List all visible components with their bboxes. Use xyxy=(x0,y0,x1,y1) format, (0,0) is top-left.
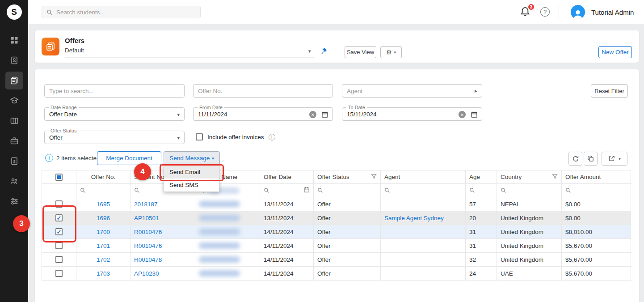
sidebar-item-partners[interactable] xyxy=(5,172,23,190)
col-age[interactable]: Age xyxy=(466,170,497,184)
sidebar-item-dashboard[interactable] xyxy=(5,31,23,49)
notifications-button[interactable]: 3 xyxy=(520,6,531,18)
col-offer-date[interactable]: Offer Date xyxy=(260,170,314,184)
agent-link[interactable]: Sample Agent Sydney xyxy=(384,215,444,221)
age-cell: 57 xyxy=(466,197,497,211)
table-row[interactable]: 1703AP1023014/11/2024Offer24UAE$5,670.00 xyxy=(42,267,631,281)
sidebar-item-clients[interactable] xyxy=(5,51,23,69)
offer-status-select[interactable]: Offer Status Offer ▾ xyxy=(44,131,185,144)
sidebar-item-services[interactable] xyxy=(5,132,23,150)
avatar[interactable] xyxy=(571,5,585,19)
clear-icon[interactable]: ✕ xyxy=(459,111,466,118)
col-offer-no[interactable]: Offer No. xyxy=(76,170,130,184)
search-cell-offer-status[interactable] xyxy=(314,184,381,197)
view-selector[interactable]: Default xyxy=(65,47,314,58)
caret-down-icon: ▾ xyxy=(177,112,180,118)
student-no-link[interactable]: AP10501 xyxy=(134,215,159,221)
filter-search-input[interactable] xyxy=(45,85,184,97)
new-offer-button[interactable]: New Offer xyxy=(598,46,632,58)
save-view-button[interactable]: Save View xyxy=(345,46,376,58)
filter-offer-no-input[interactable] xyxy=(194,85,333,97)
col-offer-amount[interactable]: Offer Amount xyxy=(562,170,631,184)
row-checkbox-cell[interactable] xyxy=(42,211,76,225)
help-button[interactable]: ? xyxy=(540,7,550,17)
view-caret-down-icon[interactable]: ▾ xyxy=(308,48,311,54)
filter-funnel-icon[interactable] xyxy=(371,174,377,181)
search-cell-country[interactable] xyxy=(497,184,562,197)
sidebar-item-invoices[interactable]: $ xyxy=(5,152,23,170)
include-invoices-checkbox[interactable] xyxy=(196,133,203,140)
offer-no-cell: 1695 xyxy=(76,197,130,211)
to-date-value: 15/11/2024 xyxy=(347,111,377,118)
search-cell-offer-no[interactable] xyxy=(76,184,130,197)
row-checkbox[interactable] xyxy=(55,228,63,235)
row-checkbox[interactable] xyxy=(55,270,63,277)
sidebar-item-automation[interactable] xyxy=(5,192,23,210)
offers-table: Offer No. Student No. Student Name Offer… xyxy=(42,170,631,281)
table-row[interactable]: 1695201818713/11/2024Offer57NEPAL$0.00 xyxy=(42,197,631,211)
table-row[interactable]: 1696AP1050113/11/2024OfferSample Agent S… xyxy=(42,211,631,225)
row-checkbox-cell[interactable] xyxy=(42,253,76,267)
student-no-link[interactable]: AP10230 xyxy=(134,270,159,277)
refresh-button[interactable] xyxy=(568,152,582,166)
filter-offer-no-box xyxy=(193,84,333,98)
clear-icon[interactable]: ✕ xyxy=(309,111,316,118)
offer-no-link[interactable]: 1702 xyxy=(97,256,110,263)
offer-no-link[interactable]: 1701 xyxy=(97,242,110,249)
search-cell-age[interactable] xyxy=(466,184,497,197)
search-cell-offer-date[interactable] xyxy=(260,184,314,197)
filter-funnel-icon[interactable] xyxy=(552,174,558,181)
row-checkbox-cell[interactable] xyxy=(42,225,76,239)
calendar-icon[interactable] xyxy=(303,187,310,194)
row-checkbox[interactable] xyxy=(55,214,63,221)
copy-icon xyxy=(587,155,594,162)
offer-no-link[interactable]: 1703 xyxy=(97,270,110,277)
copy-button[interactable] xyxy=(584,152,598,166)
send-message-button[interactable]: Send Message ▾ xyxy=(164,151,220,165)
calendar-icon[interactable] xyxy=(321,111,328,120)
filter-agent-select[interactable]: Agent ▸ xyxy=(342,84,482,98)
row-checkbox-cell[interactable] xyxy=(42,197,76,211)
offer-no-link[interactable]: 1700 xyxy=(97,229,110,235)
row-checkbox-cell[interactable] xyxy=(42,267,76,281)
menu-item-send-email[interactable]: Send Email xyxy=(164,166,219,179)
col-offer-status[interactable]: Offer Status xyxy=(314,170,381,184)
search-students-input[interactable] xyxy=(56,9,196,16)
sidebar-item-courses[interactable] xyxy=(5,92,23,110)
pin-icon[interactable] xyxy=(320,47,327,56)
student-name-cell xyxy=(195,225,260,239)
reset-filter-button[interactable]: Reset Filter xyxy=(591,84,628,98)
student-no-link[interactable]: R0010476 xyxy=(134,229,162,235)
search-cell-agent[interactable] xyxy=(381,184,466,197)
col-agent[interactable]: Agent xyxy=(381,170,466,184)
view-settings-button[interactable]: ⚙▾ xyxy=(380,46,402,58)
sidebar-item-reports[interactable] xyxy=(5,112,23,130)
to-date-field[interactable]: To Date 15/11/2024 ✕ xyxy=(342,107,482,121)
table-row[interactable]: 1702R001047814/11/2024Offer32United King… xyxy=(42,253,631,267)
row-checkbox[interactable] xyxy=(55,256,63,263)
sidebar-item-offers[interactable] xyxy=(5,72,23,89)
date-range-select[interactable]: Date Range Offer Date ▾ xyxy=(44,107,185,121)
from-date-field[interactable]: From Date 11/11/2024 ✕ xyxy=(193,107,333,121)
select-all-checkbox[interactable] xyxy=(55,174,63,181)
row-checkbox[interactable] xyxy=(55,242,63,249)
row-checkbox-cell[interactable] xyxy=(42,239,76,253)
search-cell-offer-amount[interactable] xyxy=(562,184,631,197)
offer-no-link[interactable]: 1696 xyxy=(97,215,110,221)
col-country[interactable]: Country xyxy=(497,170,562,184)
table-row[interactable]: 1701R001047614/11/2024Offer31United King… xyxy=(42,239,631,253)
user-name[interactable]: Tutorial Admin xyxy=(591,9,634,16)
export-button[interactable]: ▾ xyxy=(602,152,627,166)
merge-document-button[interactable]: Merge Document xyxy=(97,151,161,165)
student-no-link[interactable]: 2018187 xyxy=(134,201,158,208)
student-no-link[interactable]: R0010476 xyxy=(134,242,162,249)
student-no-link[interactable]: R0010478 xyxy=(134,256,162,263)
row-checkbox[interactable] xyxy=(55,200,63,208)
offer-no-link[interactable]: 1695 xyxy=(97,201,110,208)
global-search[interactable] xyxy=(42,6,201,18)
select-all-cell[interactable] xyxy=(42,170,76,184)
app-logo[interactable]: S xyxy=(0,0,28,24)
menu-item-send-sms[interactable]: Send SMS xyxy=(164,179,219,191)
calendar-icon[interactable] xyxy=(471,111,478,120)
table-row[interactable]: 1700R001047614/11/2024Offer31United King… xyxy=(42,225,631,239)
